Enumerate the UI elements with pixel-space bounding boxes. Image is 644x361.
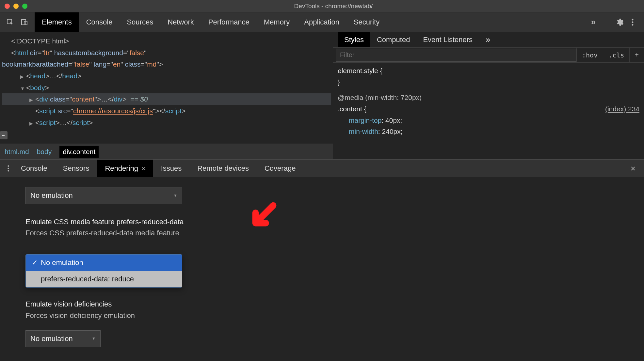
tab-console[interactable]: Console	[79, 12, 120, 32]
tab-performance[interactable]: Performance	[201, 12, 257, 32]
rule-margin-top[interactable]: margin-top: 40px;	[338, 115, 639, 126]
dom-script1[interactable]: <script src="chrome://resources/js/cr.js…	[2, 105, 331, 117]
drawer-tab-issues[interactable]: Issues	[153, 160, 190, 177]
dom-doctype[interactable]: <!DOCTYPE html>	[2, 35, 331, 47]
check-icon: ✓	[32, 257, 38, 268]
chevron-down-icon: ▼	[92, 336, 96, 342]
tab-event-listeners[interactable]: Event Listeners	[416, 32, 479, 47]
source-link[interactable]: (index):234	[605, 103, 639, 115]
prefers-reduced-data-dropdown[interactable]: ✓No emulation prefers-reduced-data: redu…	[25, 254, 182, 288]
element-style-close: }	[338, 77, 639, 88]
dom-tree[interactable]: <!DOCTYPE html> <html dir="ltr" hascusto…	[0, 32, 333, 144]
section-prefers-reduced-data-desc: Forces CSS prefers-reduced-data media fe…	[25, 228, 619, 239]
rule-min-width[interactable]: min-width: 240px;	[338, 126, 639, 137]
breadcrumb-div-content[interactable]: div.content	[59, 146, 99, 158]
svg-point-5	[632, 24, 634, 25]
dom-html-open-line2[interactable]: bookmarkbarattached="false" lang="en" cl…	[2, 58, 331, 70]
section-vision-title: Emulate vision deficiencies	[25, 299, 619, 310]
tab-memory[interactable]: Memory	[257, 12, 297, 32]
inspect-element-icon[interactable]	[5, 17, 15, 27]
styles-filter-input[interactable]	[336, 49, 576, 62]
svg-point-6	[8, 165, 9, 166]
element-style-open[interactable]: element.style {	[338, 65, 639, 77]
drawer-tabbar: Console Sensors Rendering× Issues Remote…	[0, 160, 644, 177]
drawer-close-icon[interactable]: ×	[625, 164, 641, 174]
styles-tabs-overflow-icon[interactable]: »	[486, 35, 490, 45]
titlebar: DevTools - chrome://newtab/	[0, 0, 644, 12]
styles-panel[interactable]: element.style { } @media (min-width: 720…	[333, 63, 644, 159]
annotation-arrow-icon	[248, 201, 278, 230]
close-window-button[interactable]	[5, 4, 10, 9]
rendering-panel: No emulation▼ Emulate CSS media feature …	[0, 177, 644, 357]
svg-rect-1	[22, 20, 26, 25]
drawer-tab-remote-devices[interactable]: Remote devices	[189, 160, 257, 177]
window-title: DevTools - chrome://newtab/	[27, 3, 639, 10]
chevron-down-icon: ▼	[173, 193, 177, 199]
svg-point-8	[8, 170, 9, 171]
kebab-menu-icon[interactable]	[628, 17, 637, 27]
maximize-window-button[interactable]	[22, 4, 27, 9]
dom-script2[interactable]: ▶<script>…</script>	[2, 117, 331, 129]
select-emulation-1[interactable]: No emulation▼	[25, 187, 182, 204]
new-style-rule-button[interactable]: +	[629, 48, 644, 62]
styles-filter-bar: :hov .cls +	[333, 48, 644, 63]
main-tabbar: Elements Console Sources Network Perform…	[0, 12, 644, 32]
content-rule[interactable]: .content {(index):234	[338, 103, 639, 115]
tab-sources[interactable]: Sources	[120, 12, 160, 32]
tab-styles[interactable]: Styles	[338, 32, 370, 47]
cls-toggle[interactable]: .cls	[603, 48, 629, 62]
select-vision-deficiency[interactable]: No emulation▼	[25, 330, 101, 347]
tab-security[interactable]: Security	[346, 12, 387, 32]
minimize-window-button[interactable]	[13, 4, 19, 9]
drawer-tab-coverage[interactable]: Coverage	[257, 160, 303, 177]
close-rendering-tab-icon[interactable]: ×	[141, 165, 145, 172]
drawer-tab-sensors[interactable]: Sensors	[55, 160, 97, 177]
dropdown-option-reduce[interactable]: prefers-reduced-data: reduce	[26, 271, 182, 287]
drawer-kebab-icon[interactable]	[3, 164, 13, 173]
drawer: Console Sensors Rendering× Issues Remote…	[0, 159, 644, 357]
tab-network[interactable]: Network	[160, 12, 201, 32]
breadcrumb-body[interactable]: body	[37, 148, 52, 156]
tab-elements[interactable]: Elements	[35, 12, 79, 32]
svg-point-4	[632, 21, 634, 23]
device-toolbar-icon[interactable]	[20, 17, 29, 27]
dom-div-content[interactable]: ▶<div class="content">…</div> == $0	[2, 93, 331, 105]
dom-breadcrumb: html.md body div.content	[0, 144, 333, 159]
svg-point-3	[632, 19, 634, 20]
tab-application[interactable]: Application	[297, 12, 346, 32]
styles-tabbar: Styles Computed Event Listeners »	[333, 32, 644, 48]
drawer-tab-console[interactable]: Console	[13, 160, 55, 177]
dom-head[interactable]: ▶<head>…</head>	[2, 70, 331, 82]
svg-point-7	[8, 168, 9, 169]
section-vision-desc: Forces vision deficiency emulation	[25, 310, 619, 321]
section-prefers-reduced-data-title: Emulate CSS media feature prefers-reduce…	[25, 216, 619, 228]
window-controls	[5, 4, 27, 9]
dom-overflow-ellipsis-icon[interactable]: ⋯	[0, 131, 8, 139]
main-tabs-overflow-icon[interactable]: »	[591, 17, 595, 27]
settings-gear-icon[interactable]	[615, 17, 624, 27]
dom-html-open[interactable]: <html dir="ltr" hascustombackground="fal…	[2, 47, 331, 59]
breadcrumb-html[interactable]: html.md	[5, 148, 29, 156]
hov-toggle[interactable]: :hov	[576, 48, 603, 62]
dom-body[interactable]: ▼<body>	[2, 82, 331, 94]
tab-computed[interactable]: Computed	[370, 32, 417, 47]
drawer-tab-rendering[interactable]: Rendering×	[97, 160, 153, 177]
media-query[interactable]: @media (min-width: 720px)	[338, 92, 639, 103]
dropdown-option-no-emulation[interactable]: ✓No emulation	[26, 255, 182, 271]
